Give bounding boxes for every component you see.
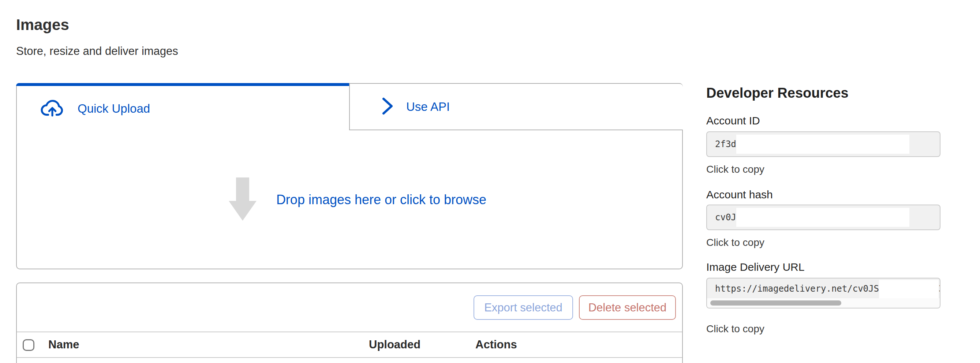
chevron-right-icon <box>381 96 394 118</box>
select-all-checkbox[interactable] <box>23 339 34 351</box>
table-header-row: Name Uploaded Actions <box>17 331 682 358</box>
redaction-overlay <box>736 135 909 154</box>
image-delivery-url-value: https://imagedelivery.net/cv0JSj <box>715 283 884 294</box>
tab-use-api[interactable]: Use API <box>349 83 683 130</box>
upload-panel: Quick Upload Use API Drop images here or… <box>16 83 683 269</box>
down-arrow-icon <box>229 177 256 222</box>
dropzone-label: Drop images here or click to browse <box>276 192 486 207</box>
column-header-uploaded: Uploaded <box>369 332 420 357</box>
page-subtitle: Store, resize and deliver images <box>16 45 178 58</box>
developer-resources-panel: Developer Resources Account ID 2f3d Clic… <box>706 83 940 339</box>
active-tab-indicator <box>16 83 351 86</box>
tab-quick-upload[interactable]: Quick Upload <box>17 86 349 131</box>
dropzone[interactable]: Drop images here or click to browse <box>25 131 690 269</box>
redaction-overlay <box>879 280 939 300</box>
developer-resources-title: Developer Resources <box>706 85 849 101</box>
images-table-card: Export selected Delete selected Name Upl… <box>16 282 683 363</box>
image-delivery-url-copy-hint: Click to copy <box>706 323 764 335</box>
url-fragment: 3 <box>939 283 940 294</box>
tab-quick-upload-label: Quick Upload <box>78 102 150 116</box>
column-header-actions: Actions <box>476 332 517 357</box>
tab-use-api-label: Use API <box>406 100 450 114</box>
image-delivery-url-value-box[interactable]: https://imagedelivery.net/cv0JSj 3 <box>706 278 940 309</box>
account-hash-value-box[interactable]: cv0J <box>706 205 940 230</box>
account-hash-value: cv0J <box>715 212 736 223</box>
delete-selected-button[interactable]: Delete selected <box>579 295 676 320</box>
account-hash-label: Account hash <box>706 188 773 201</box>
horizontal-scrollbar-thumb[interactable] <box>710 301 841 306</box>
account-id-copy-hint: Click to copy <box>706 164 764 175</box>
account-hash-copy-hint: Click to copy <box>706 237 764 248</box>
account-id-value-box[interactable]: 2f3d <box>706 131 940 157</box>
page-title: Images <box>16 16 69 33</box>
image-delivery-url-label: Image Delivery URL <box>706 261 804 273</box>
account-id-value: 2f3d <box>715 139 736 149</box>
cloud-upload-icon <box>40 98 64 119</box>
column-header-name: Name <box>48 332 79 357</box>
account-id-label: Account ID <box>706 115 760 127</box>
redaction-overlay <box>736 208 909 227</box>
export-selected-button[interactable]: Export selected <box>474 295 573 320</box>
